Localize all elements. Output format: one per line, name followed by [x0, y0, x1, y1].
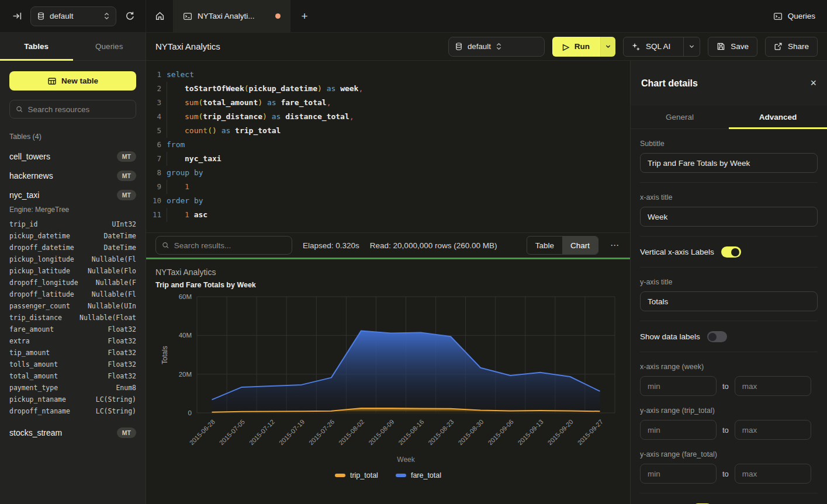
range-label-2: y-axis range (fare_total) [640, 450, 818, 458]
legend-item-fare_total[interactable]: fare_total [396, 471, 441, 479]
range-row-0: to [640, 376, 818, 396]
yaxis-title-input[interactable] [640, 291, 818, 311]
column-name: dropoff_ntaname [9, 407, 70, 415]
divider [640, 182, 818, 183]
results-search-input[interactable] [174, 241, 286, 250]
new-table-button[interactable]: New table [9, 71, 136, 91]
code-line: 7nyc_taxi [146, 152, 630, 166]
queries-button[interactable]: Queries [773, 12, 815, 21]
column-type: Nullable(Fl [74, 255, 136, 263]
xaxis-title-input[interactable] [640, 207, 818, 227]
legend-item-trip_total[interactable]: trip_total [335, 471, 378, 479]
sql-ai-button[interactable]: SQL AI [624, 42, 678, 51]
range-max-input[interactable] [735, 464, 811, 484]
svg-text:2015-08-02: 2015-08-02 [337, 418, 365, 446]
share-button[interactable]: Share [765, 37, 818, 57]
column-name: dropoff_latitude [9, 290, 74, 298]
sidebar-search-input[interactable] [28, 105, 130, 114]
column-row: pickup_latitudeNullable(Flo [9, 265, 136, 277]
home-icon [155, 11, 165, 21]
legend-swatch [335, 474, 345, 477]
table-row-nyc_taxi[interactable]: nyc_taxiMT [9, 185, 136, 204]
tables-section-label: Tables (4) [9, 133, 136, 141]
code-text: 1 asc [161, 208, 207, 222]
database-selector[interactable]: default [30, 6, 116, 26]
column-row: trip_distanceNullable(Float [9, 312, 136, 324]
code-text: 1 [161, 180, 189, 194]
sql-ai-button-group: SQL AI [623, 37, 700, 57]
range-to-label: to [722, 470, 729, 478]
new-table-label: New table [61, 77, 98, 85]
line-number: 5 [146, 124, 161, 138]
column-name: trip_distance [9, 314, 62, 322]
engine-badge: MT [117, 151, 136, 162]
chart-details-body: Subtitle x-axis title Vertical x-axis La… [631, 129, 827, 504]
divider [640, 352, 818, 352]
save-button[interactable]: Save [708, 37, 757, 57]
svg-text:2015-07-12: 2015-07-12 [248, 418, 276, 446]
results-toolbar: Elapsed: 0.320s Read: 20,000,000 rows (2… [146, 232, 630, 258]
column-name: total_amount [9, 372, 58, 380]
elapsed-stat: Elapsed: 0.320s [303, 241, 359, 250]
tab-title: NYTaxi Analyti... [198, 12, 270, 20]
column-name: tip_amount [9, 349, 50, 357]
new-tab-button[interactable]: + [290, 0, 319, 32]
tab-nytaxi-analytics[interactable]: NYTaxi Analyti... [174, 0, 290, 32]
table-row-stocks_stream[interactable]: stocks_streamMT [9, 423, 136, 442]
range-row-2: to [640, 464, 818, 484]
column-row: trip_idUInt32 [9, 218, 136, 230]
line-number: 10 [146, 194, 161, 208]
tab-strip: NYTaxi Analyti... + [146, 0, 319, 32]
home-tab-button[interactable] [146, 0, 174, 32]
line-number: 11 [146, 208, 161, 222]
refresh-button[interactable] [122, 9, 137, 24]
table-row-cell_towers[interactable]: cell_towersMT [9, 147, 136, 166]
range-max-input[interactable] [735, 376, 811, 396]
code-line: 2toStartOfWeek(pickup_datetime) as week, [146, 82, 630, 96]
table-row-hackernews[interactable]: hackernewsMT [9, 166, 136, 185]
run-database-selector[interactable]: default [448, 37, 545, 57]
column-row: passenger_countNullable(UIn [9, 300, 136, 312]
sidebar-tab-tables[interactable]: Tables [0, 33, 73, 60]
engine-badge: MT [117, 427, 136, 438]
range-max-input[interactable] [735, 420, 811, 440]
topbar-right: Queries [773, 0, 827, 32]
close-panel-button[interactable]: × [810, 77, 816, 89]
range-label-0: x-axis range (week) [640, 363, 818, 371]
subtitle-input[interactable] [640, 153, 818, 173]
run-button[interactable]: ▷ Run [552, 37, 600, 57]
view-toggle-chart[interactable]: Chart [562, 237, 598, 254]
sql-ai-options-button[interactable] [683, 37, 700, 56]
vertical-labels-label: Vertical x-axis Labels [640, 248, 714, 256]
chevron-updown-icon [103, 12, 110, 20]
range-min-input[interactable] [640, 420, 717, 440]
line-number: 3 [146, 96, 161, 110]
sidebar-tab-queries[interactable]: Queries [73, 33, 146, 60]
range-min-input[interactable] [640, 376, 717, 396]
column-name: passenger_count [9, 302, 70, 310]
code-line: 111 asc [146, 208, 630, 222]
column-name: dropoff_longitude [9, 279, 78, 287]
show-data-labels-label: Show data labels [640, 332, 700, 341]
tab-advanced[interactable]: Advanced [729, 106, 827, 128]
vertical-x-axis-labels-toggle[interactable] [721, 246, 741, 258]
svg-text:Totals: Totals [161, 346, 169, 364]
sql-editor[interactable]: 1select2toStartOfWeek(pickup_datetime) a… [146, 61, 630, 232]
chevron-down-icon [688, 43, 695, 50]
collapse-sidebar-button[interactable] [9, 9, 25, 24]
column-type: Nullable(Float [62, 314, 136, 322]
chart-section: 020M40M60M2015-06-282015-07-052015-07-12… [146, 259, 630, 504]
share-button-label: Share [788, 42, 809, 51]
query-title: NYTaxi Analytics [155, 41, 220, 51]
results-more-button[interactable]: ⋯ [609, 240, 621, 251]
range-min-input[interactable] [640, 464, 717, 484]
view-toggle-table[interactable]: Table [527, 237, 562, 254]
line-number: 6 [146, 138, 161, 152]
column-type: Nullable(Fl [74, 290, 136, 298]
database-icon [455, 42, 463, 51]
run-options-button[interactable] [600, 37, 615, 57]
code-line: 4sum(trip_distance) as distance_total, [146, 110, 630, 124]
tab-general[interactable]: General [631, 106, 729, 128]
show-data-labels-toggle[interactable] [707, 331, 727, 342]
tables-list: cell_towersMThackernewsMTnyc_taxiMTEngin… [0, 147, 146, 442]
